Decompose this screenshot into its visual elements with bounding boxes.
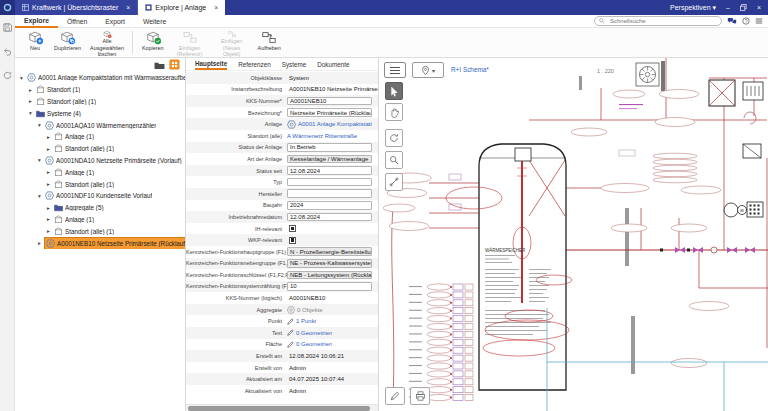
einfuegen-referenz-button[interactable]: Einfügen (Referenz) — [169, 28, 211, 57]
close-tab-icon[interactable]: × — [126, 4, 130, 11]
close-button[interactable]: × — [757, 4, 761, 11]
property-input[interactable]: In Betrieb — [287, 143, 372, 152]
property-select[interactable]: NEB - Leitungssystem (Rücklauf) — [287, 271, 372, 280]
property-input[interactable] — [287, 189, 372, 198]
tab-kraftwerk[interactable]: Kraftwerk | Übersichtsraster × — [15, 0, 138, 15]
pan-tool-button[interactable] — [385, 103, 403, 121]
expander-closed-icon[interactable]: ▸ — [45, 169, 52, 175]
property-input[interactable]: 2024 — [287, 201, 372, 210]
property-input[interactable]: 12.08.2024 — [287, 213, 372, 222]
undo-icon[interactable] — [3, 42, 12, 60]
einfuegen-neues-objekt-button[interactable]: Einfügen (Neues Objekt) — [211, 28, 253, 57]
property-select[interactable]: NE - Prozess-Kaltwassersystem — [287, 259, 372, 268]
minimize-button[interactable]: – — [726, 4, 730, 11]
tree-item[interactable]: ▸Standort (alle) (1) — [15, 178, 185, 190]
property-count[interactable]: 0 Objekte — [297, 307, 323, 313]
tree-item[interactable]: ▸Standort (alle) (1) — [15, 225, 185, 237]
tree-item[interactable]: ▸Standort (alle) (1) — [15, 143, 185, 155]
expander-closed-icon[interactable]: ▸ — [45, 134, 52, 140]
scrollbar-thumb[interactable] — [188, 406, 370, 411]
viewer-menu-button[interactable] — [384, 62, 406, 78]
expander-closed-icon[interactable]: ▸ — [36, 240, 43, 246]
restore-button[interactable] — [740, 4, 747, 12]
pid-schematic[interactable]: 1 : 220 — [379, 58, 768, 411]
refresh-icon — [389, 133, 399, 143]
property-link[interactable]: 1 Punkt — [296, 318, 316, 324]
alle-loeschen-button[interactable]: Alle Ausgewählten löschen — [86, 28, 128, 57]
tree-item[interactable]: ▸Anlage (1) — [15, 166, 185, 178]
select-tool-button[interactable] — [385, 82, 403, 100]
horizontal-scrollbar[interactable] — [186, 404, 378, 411]
menu-explore[interactable]: Explore — [15, 15, 58, 28]
app-logo-icon[interactable] — [0, 0, 15, 15]
aufheben-button[interactable]: Aufheben — [253, 28, 286, 57]
property-link[interactable]: A Wärmenetz Rittenstraße — [287, 133, 357, 139]
expander-closed-icon[interactable]: ▸ — [45, 205, 52, 211]
help-icon[interactable]: ? — [742, 17, 750, 26]
tree-item[interactable]: ▸A0001NEB10 Netzseite Primärseite (Rückl… — [15, 237, 185, 249]
hamburger-icon[interactable] — [755, 17, 763, 26]
tree-item[interactable]: ▸Standort (1) — [15, 84, 185, 96]
tree-item[interactable]: ▾A0001NDA10 Netzseite Primärseite (Vorla… — [15, 155, 185, 167]
property-label: Inbetriebnahmedatum — [186, 214, 287, 220]
save-icon[interactable] — [3, 18, 12, 36]
property-input[interactable]: 12.08.2024 — [287, 166, 372, 175]
refresh-icon[interactable] — [3, 66, 12, 84]
kopieren-button[interactable]: Kopieren — [137, 28, 169, 57]
tree-item[interactable]: ▾A0001 Anlage Kompaktstation mit Warmwas… — [15, 72, 185, 84]
expander-open-icon[interactable]: ▾ — [27, 110, 34, 116]
expander-closed-icon[interactable]: ▸ — [27, 98, 34, 104]
menu-weitere[interactable]: Weitere — [134, 15, 175, 28]
expander-closed-icon[interactable]: ▸ — [45, 181, 52, 187]
property-row: Status seit12.08.2024 — [186, 165, 378, 177]
checkbox[interactable] — [289, 225, 296, 232]
tab-referenzen[interactable]: Referenzen — [238, 58, 271, 70]
quick-search[interactable] — [594, 16, 722, 26]
tab-dokumente[interactable]: Dokumente — [317, 58, 349, 70]
menu-export[interactable]: Export — [96, 15, 134, 28]
tab-hauptseite[interactable]: Hauptseite — [195, 58, 227, 70]
tree-item[interactable]: ▾A0001AQA10 Wärmemengenzähler — [15, 119, 185, 131]
expander-open-icon[interactable]: ▾ — [36, 193, 43, 199]
property-link[interactable]: 0 Geometrien — [296, 330, 332, 336]
measure-tool-button[interactable] — [385, 173, 403, 191]
tree-item[interactable]: ▾A0001NDF10 Kundenseite Vorlauf — [15, 190, 185, 202]
property-input[interactable]: 10 — [287, 282, 372, 291]
perspektiven-menu[interactable]: Perspektiven ▾ — [670, 4, 716, 12]
property-input[interactable]: Netzseite Primärseite (Rücklauf) — [287, 108, 372, 117]
tree-item[interactable]: ▸Anlage (1) — [15, 131, 185, 143]
tab-systeme[interactable]: Systeme — [282, 58, 307, 70]
tree-item[interactable]: ▸Aggregate (5) — [15, 202, 185, 214]
expander-open-icon[interactable]: ▾ — [36, 157, 43, 163]
duplizieren-button[interactable]: Duplizieren — [49, 28, 86, 57]
expander-closed-icon[interactable]: ▸ — [45, 216, 52, 222]
expander-closed-icon[interactable]: ▸ — [27, 87, 34, 93]
neu-button[interactable]: Neu — [21, 28, 49, 57]
search-input[interactable] — [608, 17, 717, 25]
print-button[interactable] — [410, 387, 430, 405]
expander-closed-icon[interactable]: ▸ — [45, 146, 52, 152]
expander-open-icon[interactable]: ▾ — [18, 75, 25, 81]
edit-drawing-button[interactable] — [385, 387, 405, 405]
location-dropdown[interactable]: ▾ — [412, 62, 444, 78]
checkbox[interactable] — [289, 237, 296, 244]
expander-open-icon[interactable]: ▾ — [36, 122, 43, 128]
tree-item[interactable]: ▾Systeme (4) — [15, 107, 185, 119]
tree-item[interactable]: ▸Anlage (1) — [15, 214, 185, 226]
tab-explore-anlage[interactable]: Explore | Anlage × — [138, 0, 225, 15]
refresh-view-button[interactable] — [385, 129, 403, 147]
expander-closed-icon[interactable]: ▸ — [45, 228, 52, 234]
property-link[interactable]: A0001 Anlage Kompaktstation mit Warmwass… — [298, 121, 372, 127]
property-input[interactable] — [287, 178, 372, 187]
property-link[interactable]: 0 Geometrien — [296, 341, 332, 347]
menu-oeffnen[interactable]: Öffnen — [58, 15, 96, 28]
zoom-tool-button[interactable] — [385, 151, 403, 169]
scheme-link[interactable]: R+I Schema* — [451, 66, 489, 73]
chat-icon[interactable] — [727, 17, 737, 26]
tree-item[interactable]: ▸Standort (alle) (1) — [15, 96, 185, 108]
property-value: N - Prozeßenergie-Bereitstellung für kra… — [287, 247, 378, 256]
property-input[interactable]: A0001NEB10 — [287, 97, 372, 106]
close-tab-icon[interactable]: × — [214, 4, 218, 11]
property-select[interactable]: Kesselanlage / Wärmeanlage — [287, 155, 372, 164]
property-select[interactable]: N - Prozeßenergie-Bereitstellung für kra… — [287, 247, 372, 256]
